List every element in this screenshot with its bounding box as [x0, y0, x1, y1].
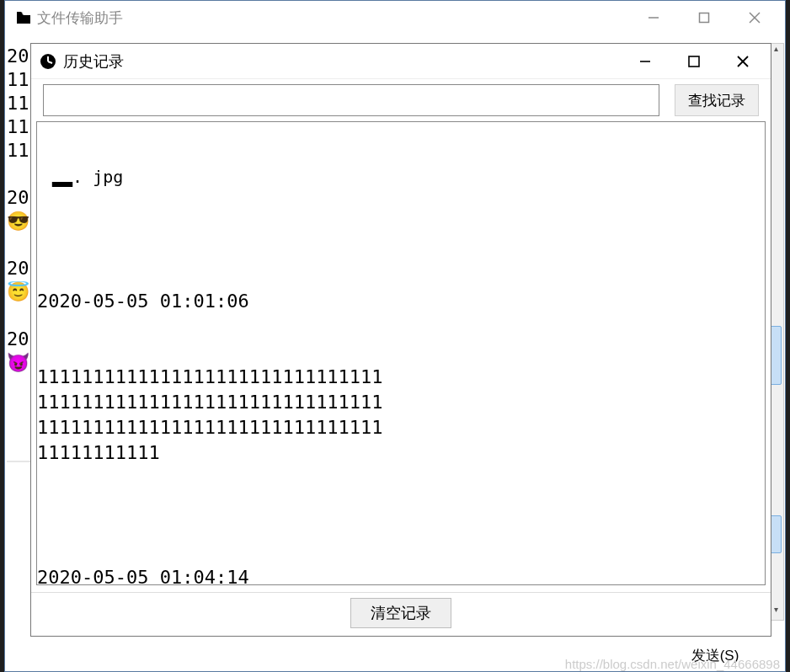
main-titlebar: 文件传输助手 [5, 1, 785, 35]
history-titlebar: 历史记录 [31, 44, 771, 79]
history-entry-timestamp: 2020-05-05 01:01:06 [37, 289, 765, 314]
history-minimize-button[interactable] [621, 44, 670, 79]
maximize-button[interactable] [679, 1, 729, 35]
close-button[interactable] [729, 1, 780, 35]
clipped-filename: ▂▂. jpg [37, 164, 765, 189]
history-entry-timestamp: 2020-05-05 01:04:14 [37, 565, 765, 585]
watermark: https://blog.csdn.net/weixin_44666898 [565, 657, 780, 671]
history-maximize-button[interactable] [670, 44, 718, 79]
history-close-button[interactable] [718, 44, 767, 79]
main-window: 文件传输助手 20 11 11 11 11 20 😎 20 😇 20 😈 ▴ ▾… [4, 0, 786, 672]
folder-icon [17, 12, 30, 24]
minimize-button[interactable] [628, 1, 679, 35]
history-footer: 清空记录 [31, 592, 771, 636]
svg-rect-1 [700, 13, 709, 23]
main-window-title: 文件传输助手 [37, 8, 123, 28]
history-search-bar: 查找记录 [31, 79, 771, 121]
history-window: 历史记录 查找记录 ▂▂. jpg 2020-05-05 01:0 [30, 43, 771, 637]
history-clear-button[interactable]: 清空记录 [350, 598, 451, 628]
scroll-thumb[interactable] [770, 515, 782, 553]
history-search-input[interactable] [43, 84, 659, 116]
clock-icon [40, 53, 56, 70]
scroll-thumb[interactable] [770, 326, 782, 385]
chat-log: 20 11 11 11 11 20 😎 20 😇 20 😈 [7, 45, 29, 375]
history-content: ▂▂. jpg 2020-05-05 01:01:06 111111111111… [36, 121, 766, 585]
history-window-title: 历史记录 [63, 51, 124, 72]
svg-rect-8 [689, 56, 699, 67]
history-search-button[interactable]: 查找记录 [675, 84, 759, 116]
history-entry-body: 1111111111111111111111111111111 11111111… [37, 365, 765, 466]
